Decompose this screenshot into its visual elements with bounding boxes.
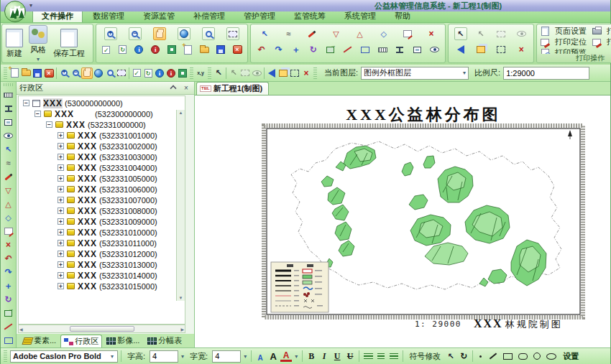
vt-edit-button[interactable]	[2, 225, 15, 238]
char-height-input[interactable]	[150, 350, 178, 363]
refresh-doc-button[interactable]	[116, 43, 129, 56]
tree-vertical-scrollbar[interactable]: ▲ ▼	[176, 110, 185, 301]
tree-node-town[interactable]: +XXX(532331006000)	[19, 184, 185, 195]
scroll-up-icon[interactable]: ▲	[179, 111, 183, 115]
zoom-rect-button[interactable]	[226, 27, 239, 40]
save-project-button[interactable]: 保存工程	[52, 28, 86, 60]
tree-node-town[interactable]: +XXX(532331009000)	[19, 216, 185, 227]
qt-select-check-button[interactable]	[131, 67, 142, 79]
chevron-down-icon[interactable]: ▾	[295, 353, 298, 360]
lasso-select-button[interactable]	[282, 27, 295, 40]
frame-select-button[interactable]	[410, 43, 423, 56]
tab-features[interactable]: 要素...	[19, 334, 60, 347]
tab-sheet-index[interactable]: 分幅表	[144, 334, 185, 347]
qt-send-back-button[interactable]	[266, 67, 277, 79]
zoom-free-button[interactable]	[202, 27, 215, 40]
attribute-info-button[interactable]	[149, 43, 162, 56]
print-locate-button[interactable]: 打印定位	[552, 37, 589, 47]
tab-admin-region[interactable]: 行政区	[60, 335, 102, 347]
select-by-rect-button[interactable]	[495, 27, 507, 40]
chevron-down-icon[interactable]: ▾	[244, 353, 247, 360]
strikethrough-button[interactable]: U	[344, 351, 356, 362]
expand-icon[interactable]: +	[58, 175, 64, 182]
tree-node-town[interactable]: +XXX(532331007000)	[19, 195, 185, 205]
tree-node-town[interactable]: +XXX(532331015000)	[19, 281, 185, 291]
qt-delete-button[interactable]	[300, 67, 312, 79]
draw-diamond-button[interactable]	[377, 27, 390, 40]
qt-copy-button[interactable]	[277, 67, 289, 79]
qt-zoom-rect-button[interactable]	[116, 67, 127, 79]
fmt-rotate-button[interactable]	[458, 350, 469, 362]
expand-icon[interactable]: +	[58, 229, 64, 235]
new-doc-button[interactable]	[182, 43, 195, 56]
font-select[interactable]: Adobe Caslon Pro Bold ▾	[10, 350, 118, 363]
tree-node-town[interactable]: +XXX(532331002000)	[19, 141, 185, 151]
align-center-button[interactable]	[375, 350, 387, 362]
qt-group-button[interactable]	[289, 67, 300, 79]
expand-icon[interactable]: +	[58, 154, 64, 160]
vt-pen-button[interactable]	[2, 170, 15, 183]
copy-object-button[interactable]	[474, 43, 487, 56]
tab-supervision-planning[interactable]: 监管统筹	[285, 10, 334, 22]
tree-node-town[interactable]: +XXX(532331014000)	[19, 270, 185, 281]
scroll-left-icon[interactable]: ◀	[19, 327, 23, 332]
draw-rounded-rect-button[interactable]	[518, 353, 528, 360]
expand-icon[interactable]: +	[58, 272, 64, 279]
tab-data-management[interactable]: 数据管理	[84, 10, 133, 22]
select-arrow-button[interactable]	[258, 27, 271, 40]
close-icon[interactable]: ×	[181, 83, 191, 93]
visibility-button[interactable]	[428, 43, 441, 56]
expand-icon[interactable]: +	[58, 283, 64, 289]
qt-zoom-free-button[interactable]	[104, 67, 116, 79]
app-logo-icon[interactable]	[4, 1, 26, 22]
qt-save-button[interactable]	[32, 67, 43, 79]
tree-node-town[interactable]: +XXX(532331008000)	[19, 205, 185, 216]
measure-distance-button[interactable]	[376, 43, 389, 56]
tree-node-province[interactable]: − XXX (530000000000)	[19, 98, 185, 108]
tree-node-town[interactable]: +XXX(532331003000)	[19, 151, 185, 162]
toolbar-grip[interactable]	[208, 67, 211, 79]
group-objects-button[interactable]	[495, 43, 507, 56]
tree-node-county[interactable]: − XXX (532331000000)	[19, 119, 185, 130]
bold-button[interactable]: B	[306, 351, 317, 362]
vt-measure-button[interactable]	[2, 88, 15, 101]
scale-input[interactable]	[503, 67, 589, 80]
page-setup-button[interactable]: 页面设置	[552, 26, 589, 37]
zoom-out-button[interactable]	[129, 27, 142, 40]
style-dropdown-icon[interactable]: ▾	[37, 56, 40, 62]
toolbar-grip[interactable]	[4, 350, 7, 362]
vt-move-button[interactable]	[2, 279, 15, 292]
vt-rotate-button[interactable]	[2, 293, 15, 306]
fit-window-button[interactable]	[165, 43, 178, 56]
select-add-button[interactable]	[474, 27, 487, 40]
tab-help[interactable]: 帮助	[386, 10, 419, 22]
pin-icon[interactable]	[168, 83, 178, 93]
print-output-button[interactable]: 打印输出	[604, 26, 611, 37]
qt-pointer-button[interactable]	[213, 67, 224, 79]
vt-undo-button[interactable]	[2, 252, 15, 265]
qt-open-button[interactable]	[20, 67, 32, 79]
draw-polygon-button[interactable]	[354, 27, 367, 40]
vt-rect-button[interactable]	[2, 334, 15, 347]
zoom-in-button[interactable]	[104, 27, 117, 40]
vt-visibility-button[interactable]	[2, 129, 15, 142]
delete-feature-button[interactable]	[425, 27, 438, 40]
align-left-button[interactable]	[362, 350, 374, 362]
expand-icon[interactable]: +	[58, 143, 64, 149]
vt-redo-button[interactable]	[2, 266, 15, 279]
qt-refresh-button[interactable]	[142, 67, 154, 79]
draw-ellipse-button[interactable]	[546, 353, 556, 360]
toolbar-grip[interactable]	[190, 67, 193, 79]
identify-button[interactable]	[132, 43, 145, 56]
new-project-button[interactable]: 新建	[4, 28, 24, 60]
tree-horizontal-scrollbar[interactable]: ◀ ▶	[18, 325, 185, 333]
qt-zoom-in-button[interactable]	[58, 67, 70, 79]
print-output2-button[interactable]: 打印输出	[604, 37, 611, 47]
tree-node-town[interactable]: +XXX(532331004000)	[19, 162, 185, 173]
delete-selection-button[interactable]	[515, 43, 528, 56]
style-button[interactable]: 风格 ▾	[27, 24, 49, 63]
expand-icon[interactable]: +	[58, 207, 64, 214]
qt-select-circle-button[interactable]	[251, 67, 262, 79]
font-grow-button[interactable]: A	[267, 350, 279, 362]
underline-button[interactable]: U	[331, 351, 343, 362]
